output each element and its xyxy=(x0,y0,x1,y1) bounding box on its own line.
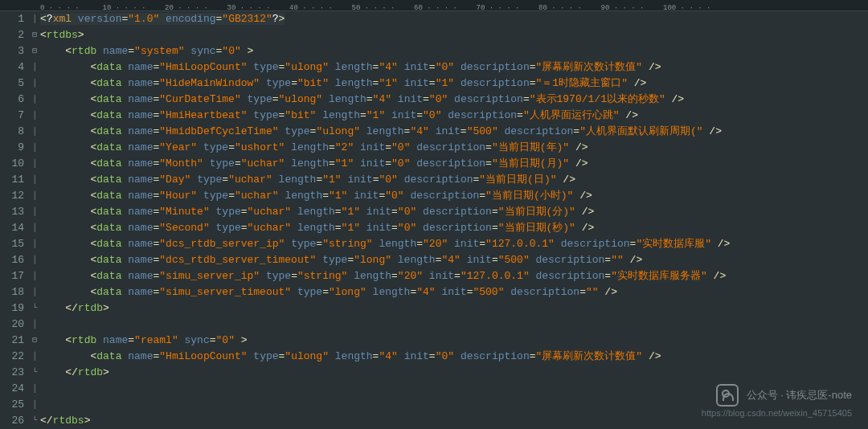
watermark-url: https://blog.csdn.net/weixin_45715405 xyxy=(702,405,852,421)
line-number-gutter: 1234567891011121314151617181920212223242… xyxy=(0,11,29,429)
ruler: 0 · · · · 10 · · · · 20 · · · · 30 · · ·… xyxy=(0,0,868,11)
code-line[interactable]: <data name="CurDateTime" type="ulong" le… xyxy=(40,92,868,108)
code-line[interactable]: <data name="dcs_rtdb_server_ip" type="st… xyxy=(40,236,868,252)
watermark-text: 公众号 · 讳疾忌医-note xyxy=(747,387,852,403)
code-line[interactable]: </rtdb> xyxy=(40,300,868,317)
code-line[interactable]: <data name="HideMainWindow" type="bit" l… xyxy=(40,76,868,92)
code-line[interactable] xyxy=(40,317,868,333)
code-line[interactable]: <data name="HmiLoopCount" type="ulong" l… xyxy=(40,59,868,76)
code-line[interactable]: <data name="simu_server_timeout" type="l… xyxy=(40,284,868,300)
watermark: 公众号 · 讳疾忌医-note xyxy=(716,384,852,407)
code-line[interactable]: <rtdbs> xyxy=(40,27,868,43)
code-line[interactable]: <data name="HmidbDefCycleTime" type="ulo… xyxy=(40,124,868,140)
code-line[interactable]: <data name="Month" type="uchar" length="… xyxy=(40,156,868,172)
code-line[interactable]: <?xml version="1.0" encoding="GB2312"?> xyxy=(40,11,868,27)
code-line[interactable]: <data name="Second" type="uchar" length=… xyxy=(40,220,868,236)
wechat-icon xyxy=(716,384,739,407)
code-line[interactable]: <data name="Day" type="uchar" length="1"… xyxy=(40,172,868,188)
code-line[interactable]: <data name="Year" type="ushort" length="… xyxy=(40,140,868,156)
code-line[interactable]: </rtdb> xyxy=(40,365,868,381)
code-line[interactable]: <data name="simu_server_ip" type="string… xyxy=(40,268,868,284)
fold-gutter[interactable]: │⊟⊟│││││││││││││││└│⊟│└││└ xyxy=(29,11,40,429)
code-area[interactable]: <?xml version="1.0" encoding="GB2312"?><… xyxy=(40,11,868,429)
code-line[interactable]: <data name="HmiHeartbeat" type="bit" len… xyxy=(40,108,868,124)
code-line[interactable]: <data name="HmiLoopCount" type="ulong" l… xyxy=(40,349,868,365)
code-line[interactable]: <data name="dcs_rtdb_server_timeout" typ… xyxy=(40,252,868,268)
code-line[interactable]: <data name="Minute" type="uchar" length=… xyxy=(40,204,868,220)
code-line[interactable]: <rtdb name="reaml" sync="0" > xyxy=(40,333,868,349)
code-editor[interactable]: 1234567891011121314151617181920212223242… xyxy=(0,11,868,429)
code-line[interactable]: <data name="Hour" type="uchar" length="1… xyxy=(40,188,868,204)
code-line[interactable]: <rtdb name="system" sync="0" > xyxy=(40,43,868,59)
